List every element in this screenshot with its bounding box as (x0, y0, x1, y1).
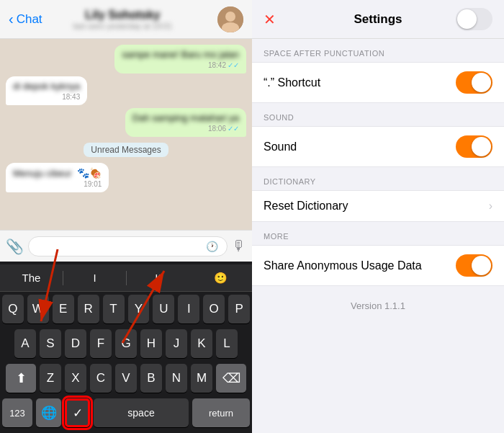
toggle-thumb (472, 73, 491, 92)
keyboard-row-1: Q W E R T Y U I O P (0, 292, 252, 326)
keyboard-bottom-row: 123 🌐 ✓ space return (0, 396, 252, 430)
chat-header: ‹ Chat Lily Sohotsky last seen yesterday… (0, 0, 252, 39)
key-d[interactable]: D (65, 329, 86, 358)
settings-header: ✕ Settings (252, 0, 504, 39)
key-b[interactable]: B (140, 364, 162, 393)
share-usage-label: Share Anonymous Usage Data (264, 259, 456, 272)
key-t[interactable]: T (103, 295, 125, 323)
message-time: 18:42✓✓ (122, 61, 239, 69)
keyboard-suggestions: The I It 🙂 (0, 264, 252, 292)
keyboard[interactable]: The I It 🙂 Q W E R T Y U I O P A S D F G (0, 262, 252, 433)
globe-key[interactable]: 🌐 (36, 398, 61, 427)
settings-title: Settings (354, 12, 402, 27)
avatar[interactable] (217, 6, 243, 32)
reset-dictionary-label: Reset Dictionary (264, 200, 489, 213)
top-toggle[interactable] (456, 8, 492, 30)
keyboard-row-2: A S D F G H J K L (0, 326, 252, 361)
message-text: di depok kyknya (13, 81, 80, 91)
attach-icon[interactable]: 📎 (6, 238, 24, 255)
check-key[interactable]: ✓ (65, 398, 90, 427)
key-v[interactable]: V (115, 364, 137, 393)
contact-name: Lily Sohotsky (85, 9, 160, 22)
message-time: 19:01 (13, 180, 102, 188)
delete-key[interactable]: ⌫ (216, 364, 246, 393)
settings-body: Space After Punctuation “.” Shortcut SOU… (252, 39, 504, 433)
close-button[interactable]: ✕ (264, 11, 276, 28)
chat-panel: ‹ Chat Lily Sohotsky last seen yesterday… (0, 0, 252, 433)
contact-info: Lily Sohotsky last seen yesterday at 19:… (28, 9, 217, 30)
key-k[interactable]: K (191, 329, 212, 358)
svg-point-1 (225, 12, 235, 22)
key-x[interactable]: X (65, 364, 86, 393)
key-g[interactable]: G (115, 329, 137, 358)
unread-divider: Unread Messages (84, 143, 168, 157)
key-y[interactable]: Y (128, 295, 150, 323)
dictionary-group: Reset Dictionary › (252, 190, 504, 222)
suggestion-it[interactable]: It (127, 272, 189, 284)
message-input[interactable]: 🕐 (28, 236, 228, 256)
toggle-thumb (472, 137, 491, 156)
suggestion-the[interactable]: The (0, 272, 63, 284)
back-chevron-icon: ‹ (9, 11, 14, 27)
shortcut-row: “.” Shortcut (252, 62, 504, 103)
shortcut-toggle[interactable] (456, 71, 492, 94)
key-h[interactable]: H (140, 329, 162, 358)
sound-group: Sound (252, 126, 504, 167)
message-text: Menuju cibeur (13, 168, 72, 179)
share-usage-toggle[interactable] (456, 254, 492, 277)
key-r[interactable]: R (78, 295, 99, 323)
suggestion-emoji[interactable]: 🙂 (189, 272, 252, 285)
chat-input-bar: 📎 🕐 🎙 (0, 230, 252, 262)
toggle-thumb (457, 9, 477, 29)
return-key[interactable]: return (192, 398, 250, 427)
contact-status: last seen yesterday at 19:01 (73, 22, 173, 30)
message-time: 18:43 (13, 93, 80, 101)
settings-panel: ✕ Settings Space After Punctuation “.” S… (252, 0, 504, 433)
more-section-label: MORE (252, 222, 504, 245)
num-key[interactable]: 123 (2, 398, 32, 427)
keyboard-row-3: ⬆ Z X C V B N M ⌫ (0, 361, 252, 396)
key-a[interactable]: A (14, 329, 36, 358)
key-u[interactable]: U (153, 295, 174, 323)
messages-area: sampe mane! Baru mo jalan 18:42✓✓ di dep… (0, 39, 252, 230)
key-o[interactable]: O (203, 295, 225, 323)
space-after-punctuation-toggle[interactable] (456, 8, 492, 30)
sound-section-label: SOUND (252, 103, 504, 126)
key-z[interactable]: Z (40, 364, 61, 393)
clock-icon: 🕐 (206, 241, 218, 252)
chevron-right-icon: › (489, 200, 492, 213)
sound-row: Sound (252, 126, 504, 167)
key-m[interactable]: M (191, 364, 212, 393)
more-group: Share Anonymous Usage Data (252, 245, 504, 286)
suggestion-i[interactable]: I (63, 272, 126, 284)
key-j[interactable]: J (166, 329, 187, 358)
message-bubble: Menuju cibeur 🐾🍖 19:01 (6, 163, 109, 192)
version-text: Version 1.1.1 (252, 286, 504, 326)
share-usage-row: Share Anonymous Usage Data (252, 245, 504, 286)
key-l[interactable]: L (216, 329, 238, 358)
key-f[interactable]: F (90, 329, 112, 358)
key-s[interactable]: S (40, 329, 61, 358)
message-time: 18:06✓✓ (132, 125, 239, 133)
key-q[interactable]: Q (2, 295, 24, 323)
key-p[interactable]: P (228, 295, 250, 323)
key-e[interactable]: E (53, 295, 74, 323)
space-key[interactable]: space (94, 398, 189, 427)
message-text: Dah samping matahari ya (132, 112, 239, 123)
reset-dictionary-row[interactable]: Reset Dictionary › (252, 190, 504, 222)
sound-toggle[interactable] (456, 135, 492, 158)
message-bubble: sampe mane! Baru mo jalan 18:42✓✓ (114, 45, 246, 73)
key-i[interactable]: I (178, 295, 199, 323)
key-w[interactable]: W (27, 295, 49, 323)
mic-icon[interactable]: 🎙 (232, 238, 246, 254)
message-text: sampe mane! Baru mo jalan (122, 49, 239, 60)
key-n[interactable]: N (166, 364, 187, 393)
dictionary-section-label: DICTIONARY (252, 167, 504, 190)
shortcut-group: “.” Shortcut (252, 62, 504, 103)
toggle-thumb (472, 256, 491, 275)
message-bubble: di depok kyknya 18:43 (6, 76, 87, 105)
shift-key[interactable]: ⬆ (6, 364, 36, 393)
shortcut-label: “.” Shortcut (264, 76, 456, 89)
key-c[interactable]: C (90, 364, 112, 393)
message-emoji: 🐾🍖 (77, 167, 102, 179)
